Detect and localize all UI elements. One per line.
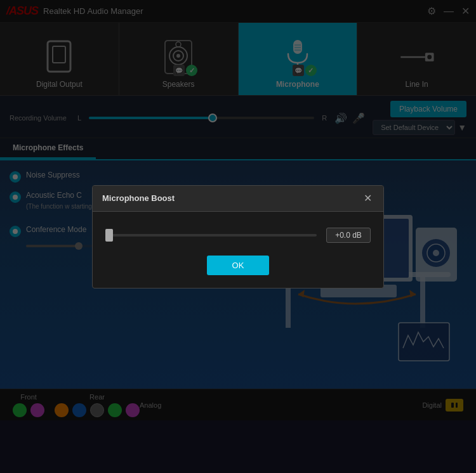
modal-slider-track[interactable] xyxy=(105,234,317,236)
modal-header: Microphone Boost ✕ xyxy=(93,186,383,212)
modal-title: Microphone Boost xyxy=(102,193,175,203)
modal-ok-button[interactable]: OK xyxy=(207,256,270,275)
modal-overlay: Microphone Boost ✕ +0.0 dB OK xyxy=(0,0,476,473)
modal-db-value: +0.0 dB xyxy=(326,228,371,243)
modal-body: +0.0 dB OK xyxy=(93,212,383,288)
modal-slider-thumb[interactable] xyxy=(105,229,113,242)
microphone-boost-modal: Microphone Boost ✕ +0.0 dB OK xyxy=(92,185,384,288)
modal-close-button[interactable]: ✕ xyxy=(361,192,374,205)
modal-slider-row: +0.0 dB xyxy=(105,228,371,243)
